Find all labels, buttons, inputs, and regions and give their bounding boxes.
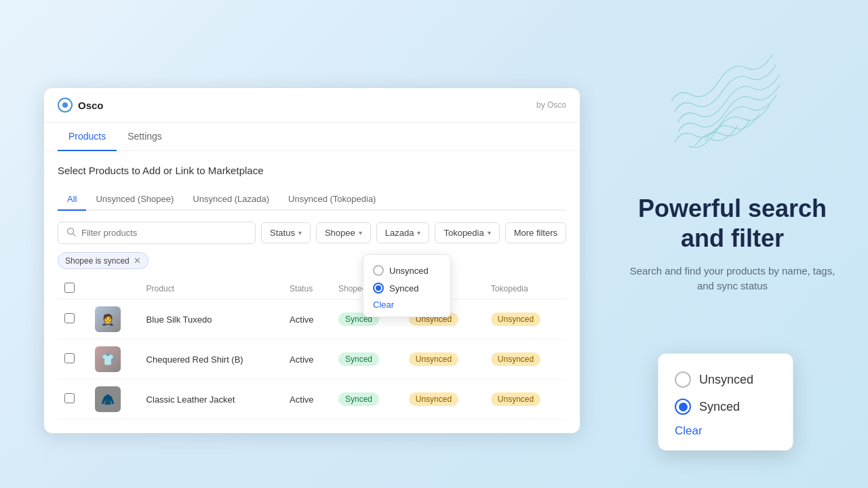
remove-filter-icon[interactable]: ✕ xyxy=(134,256,141,266)
status-filter-button[interactable]: Status ▾ xyxy=(261,222,311,243)
select-all-checkbox[interactable] xyxy=(64,283,75,293)
col-tokopedia: Tokopedia xyxy=(484,279,566,300)
big-dropdown-synced-label: Synced xyxy=(699,400,740,414)
filter-tag-label: Shopee is synced xyxy=(65,256,130,266)
filter-tab-shopee[interactable]: Unsynced (Shopee) xyxy=(86,188,183,211)
dropdown-option-synced[interactable]: Synced xyxy=(373,279,441,297)
big-dropdown-option-synced[interactable]: Synced xyxy=(675,393,776,420)
right-panel-title: Powerful search and filter xyxy=(624,194,841,252)
shopee-filter-button[interactable]: Shopee ▾ xyxy=(316,222,371,243)
lazada-filter-button[interactable]: Lazada ▾ xyxy=(376,222,430,243)
table-row: 👕Chequered Red Shirt (B)ActiveSyncedUnsy… xyxy=(58,340,566,380)
product-name: Chequered Red Shirt (B) xyxy=(140,340,283,380)
big-radio-unsynced xyxy=(675,371,691,388)
big-filter-dropdown: Unsynced Synced Clear xyxy=(658,353,793,451)
tab-products[interactable]: Products xyxy=(58,123,117,151)
big-radio-synced xyxy=(675,399,691,415)
svg-line-1 xyxy=(73,234,76,237)
logo-inner xyxy=(62,102,68,108)
app-logo: Osco xyxy=(58,98,104,113)
shopee-badge: Synced xyxy=(338,352,379,366)
filter-tab-lazada[interactable]: Unsynced (Lazada) xyxy=(183,188,279,211)
big-dropdown-clear-button[interactable]: Clear xyxy=(675,420,776,438)
filter-tab-all[interactable]: All xyxy=(58,188,86,211)
row-checkbox[interactable] xyxy=(64,353,75,363)
product-name: Blue Silk Tuxedo xyxy=(140,300,283,340)
dropdown-clear-button[interactable]: Clear xyxy=(373,297,441,310)
tokopedia-badge: Unsynced xyxy=(491,392,540,406)
chevron-down-icon: ▾ xyxy=(298,229,302,237)
page-title: Select Products to Add or Link to Market… xyxy=(58,165,566,176)
big-radio-synced-inner xyxy=(679,403,688,411)
search-input[interactable] xyxy=(81,228,247,238)
tab-settings[interactable]: Settings xyxy=(117,123,173,151)
logo-icon xyxy=(58,98,73,113)
big-dropdown-unsynced-label: Unsynced xyxy=(699,373,753,387)
tokopedia-filter-button[interactable]: Tokopedia ▾ xyxy=(435,222,499,243)
product-image: 🤵 xyxy=(95,306,121,332)
filter-tabs: All Unsynced (Shopee) Unsynced (Lazada) … xyxy=(58,188,566,211)
app-by-text: by Osco xyxy=(536,100,566,110)
table-row: 🧥Classic Leather JacketActiveSyncedUnsyn… xyxy=(58,380,566,420)
dropdown-unsynced-label: Unsynced xyxy=(389,266,429,276)
lazada-badge: Unsynced xyxy=(409,352,458,366)
filter-tags: Shopee is synced ✕ xyxy=(58,252,566,269)
shopee-badge: Synced xyxy=(338,392,379,406)
products-table: Product Status Shopee Lazada Tokopedia 🤵… xyxy=(58,279,566,420)
dropdown-synced-label: Synced xyxy=(389,283,418,293)
app-title: Osco xyxy=(78,100,104,111)
shopee-synced-tag: Shopee is synced ✕ xyxy=(58,252,149,269)
table-row: 🤵Blue Silk TuxedoActiveSyncedUnsyncedUns… xyxy=(58,300,566,340)
chevron-down-icon: ▾ xyxy=(359,229,362,237)
product-name: Classic Leather Jacket xyxy=(140,380,283,420)
product-image: 🧥 xyxy=(95,386,121,412)
radio-unsynced xyxy=(373,265,384,276)
content-area: Select Products to Add or Link to Market… xyxy=(44,151,580,433)
more-filters-button[interactable]: More filters xyxy=(505,222,566,243)
chevron-down-icon: ▾ xyxy=(488,229,491,237)
nav-tabs: Products Settings xyxy=(44,123,580,151)
col-status: Status xyxy=(283,279,332,300)
chevron-down-icon: ▾ xyxy=(417,229,420,237)
tokopedia-badge: Unsynced xyxy=(491,352,540,366)
product-status: Active xyxy=(283,340,332,380)
filter-tab-tokopedia[interactable]: Unsynced (Tokopedia) xyxy=(279,188,385,211)
dropdown-option-unsynced[interactable]: Unsynced xyxy=(373,262,441,279)
search-box xyxy=(58,222,256,244)
col-product: Product xyxy=(140,279,283,300)
radio-synced-inner xyxy=(376,285,381,291)
search-filter-row: Status ▾ Shopee ▾ Lazada ▾ Tokopedia ▾ M… xyxy=(58,222,566,244)
row-checkbox[interactable] xyxy=(64,393,75,403)
product-status: Active xyxy=(283,380,332,420)
app-header: Osco by Osco xyxy=(44,88,580,123)
row-checkbox[interactable] xyxy=(64,313,75,323)
lazada-badge: Unsynced xyxy=(409,392,458,406)
product-image: 👕 xyxy=(95,346,121,372)
big-dropdown-option-unsynced[interactable]: Unsynced xyxy=(675,366,776,393)
app-window: Osco by Osco Products Settings Select Pr… xyxy=(44,88,580,433)
right-panel-subtitle: Search and find your products by name, t… xyxy=(624,264,841,294)
product-status: Active xyxy=(283,300,332,340)
shopee-filter-dropdown: Unsynced Synced Clear xyxy=(363,254,451,317)
tokopedia-badge: Unsynced xyxy=(491,312,540,326)
search-icon xyxy=(66,227,76,239)
radio-synced xyxy=(373,283,384,293)
